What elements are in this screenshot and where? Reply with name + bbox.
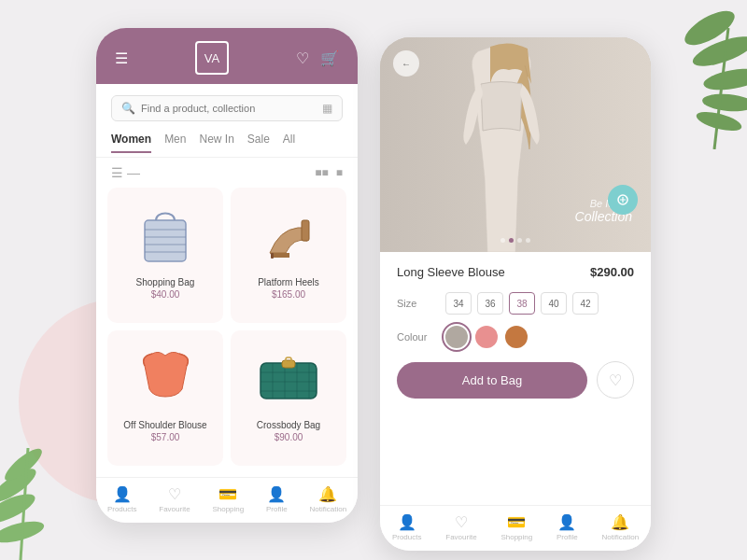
svg-rect-26	[282, 360, 295, 368]
barcode-icon: ▦	[322, 102, 332, 115]
search-input[interactable]	[141, 103, 322, 114]
size-38[interactable]: 38	[509, 292, 535, 315]
product-name-4: Crossbody Bag	[257, 420, 320, 430]
hero-action-button[interactable]	[608, 185, 638, 215]
bottom-nav-favourite[interactable]: ♡ Favourite	[159, 485, 190, 513]
dot-2	[509, 238, 514, 243]
phone-left: ☰ VA ♡ 🛒 🔍 ▦ Women Men New In Sale All	[96, 28, 358, 523]
right-nav-notification[interactable]: 🔔 Notification	[602, 513, 640, 541]
product-detail-name: Long Sleeve Blouse	[397, 265, 505, 279]
cart-icon[interactable]: 🛒	[320, 49, 339, 67]
right-nav-favourite[interactable]: ♡ Favourite	[445, 513, 476, 541]
svg-rect-11	[145, 220, 186, 261]
phones-wrapper: ☰ VA ♡ 🛒 🔍 ▦ Women Men New In Sale All	[56, 28, 691, 541]
search-icon: 🔍	[121, 102, 135, 115]
tab-sale[interactable]: Sale	[247, 133, 270, 153]
right-nav-products[interactable]: 👤 Products	[392, 513, 422, 541]
dot-1	[500, 238, 505, 243]
product-card-blouse[interactable]: Off Shoulder Blouse $57.00	[107, 330, 223, 466]
product-image-2	[251, 197, 326, 272]
profile-nav-label: Profile	[266, 505, 288, 513]
product-price-1: $40.00	[151, 289, 180, 300]
right-products-icon: 👤	[398, 513, 416, 531]
right-notification-label: Notification	[602, 533, 640, 541]
view-toggle: ■■ ■	[315, 166, 343, 179]
product-name-2: Platform Heels	[258, 277, 319, 287]
tab-women[interactable]: Women	[111, 133, 151, 153]
add-to-bag-button[interactable]: Add to Bag	[397, 362, 587, 399]
tab-men[interactable]: Men	[164, 133, 186, 153]
colour-swatch-pink[interactable]	[475, 326, 498, 348]
right-nav-shopping[interactable]: 💳 Shopping	[500, 513, 532, 541]
size-label: Size	[397, 298, 438, 309]
list-view-icon[interactable]: ■	[336, 166, 343, 179]
bottom-nav-shopping[interactable]: 💳 Shopping	[212, 485, 244, 513]
bottom-nav-notification[interactable]: 🔔 Notification	[310, 485, 347, 513]
size-options: 34 36 38 40 42	[445, 292, 599, 315]
notification-nav-label: Notification	[310, 505, 347, 513]
size-36[interactable]: 36	[477, 292, 503, 315]
right-favourite-icon: ♡	[455, 513, 468, 531]
colour-swatch-gray[interactable]	[445, 326, 468, 348]
bottom-nav-products[interactable]: 👤 Products	[107, 485, 137, 513]
product-detail: Long Sleeve Blouse $290.00 Size 34 36 38…	[380, 252, 651, 505]
size-34[interactable]: 34	[445, 292, 472, 315]
right-profile-label: Profile	[557, 533, 578, 541]
size-42[interactable]: 42	[572, 292, 599, 315]
product-image-3	[128, 340, 203, 414]
product-hero: ← Be Iconic Collection	[380, 37, 651, 252]
products-grid: Shopping Bag $40.00 Platform	[96, 188, 358, 477]
add-to-bag-row: Add to Bag ♡	[397, 361, 634, 399]
shopping-nav-label: Shopping	[212, 505, 244, 513]
colour-swatch-brown[interactable]	[505, 326, 528, 348]
product-price-4: $90.00	[275, 432, 303, 442]
product-detail-price: $290.00	[590, 265, 634, 279]
wishlist-icon[interactable]: ♡	[296, 49, 309, 67]
product-price-3: $57.00	[151, 432, 180, 442]
notification-nav-icon: 🔔	[318, 485, 337, 503]
right-shopping-label: Shopping	[500, 533, 532, 541]
tab-new-in[interactable]: New In	[199, 133, 233, 153]
hero-indicator	[500, 238, 530, 243]
right-shopping-icon: 💳	[507, 513, 526, 531]
tab-all[interactable]: All	[283, 133, 295, 153]
right-favourite-label: Favourite	[445, 533, 476, 541]
phone-right: ← Be Iconic Collection	[380, 37, 651, 551]
search-bar[interactable]: 🔍 ▦	[111, 95, 343, 121]
app-logo: VA	[195, 41, 229, 75]
svg-rect-16	[302, 220, 309, 241]
bottom-nav-left: 👤 Products ♡ Favourite 💳 Shopping 👤 Prof…	[96, 477, 358, 523]
dot-3	[517, 238, 522, 243]
products-nav-label: Products	[107, 505, 137, 513]
bottom-nav-profile[interactable]: 👤 Profile	[266, 485, 288, 513]
product-card-crossbody-bag[interactable]: Crossbody Bag $90.00	[231, 330, 346, 466]
product-name-3: Off Shoulder Blouse	[123, 420, 206, 430]
wishlist-button[interactable]: ♡	[597, 361, 634, 399]
favourite-nav-icon: ♡	[168, 485, 181, 503]
product-image-4	[251, 340, 326, 414]
right-notification-icon: 🔔	[611, 513, 629, 531]
favourite-nav-label: Favourite	[159, 505, 190, 513]
shopping-nav-icon: 💳	[218, 485, 237, 503]
bottom-nav-right: 👤 Products ♡ Favourite 💳 Shopping 👤 Prof…	[380, 505, 651, 551]
phone-header-left: ☰ VA ♡ 🛒	[96, 28, 358, 84]
size-option-row: Size 34 36 38 40 42	[397, 292, 634, 315]
grid-view-icon[interactable]: ■■	[315, 166, 329, 179]
product-card-platform-heels[interactable]: Platform Heels $165.00	[231, 188, 346, 323]
products-nav-icon: 👤	[113, 485, 132, 503]
hero-back-button[interactable]: ←	[393, 50, 419, 77]
size-40[interactable]: 40	[541, 292, 567, 315]
svg-rect-17	[271, 253, 274, 259]
svg-point-3	[701, 92, 747, 114]
product-price-2: $165.00	[272, 289, 305, 300]
menu-icon[interactable]: ☰	[115, 49, 128, 67]
product-card-shopping-bag[interactable]: Shopping Bag $40.00	[107, 188, 223, 323]
profile-nav-icon: 👤	[267, 485, 286, 503]
dot-4	[526, 238, 530, 243]
svg-rect-18	[261, 363, 317, 399]
right-nav-profile[interactable]: 👤 Profile	[557, 513, 578, 541]
filter-icon[interactable]: ☰ —	[111, 165, 140, 180]
colour-options	[445, 326, 528, 348]
right-profile-icon: 👤	[557, 513, 576, 531]
nav-tabs: Women Men New In Sale All	[96, 129, 358, 158]
